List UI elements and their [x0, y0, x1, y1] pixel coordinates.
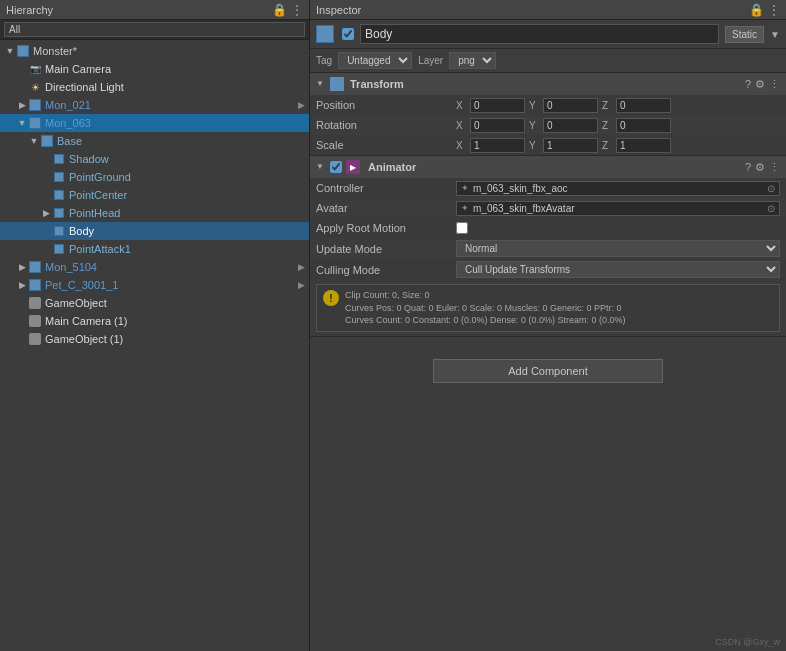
mon021-cube-icon: [28, 98, 42, 112]
rotation-value-group: X Y Z: [456, 118, 780, 133]
hierarchy-item-main-camera-1[interactable]: Main Camera (1): [0, 312, 309, 330]
hierarchy-item-mon021[interactable]: ▶ Mon_021 ▶: [0, 96, 309, 114]
avatar-ref[interactable]: ✦ m_063_skin_fbxAvatar ⊙: [456, 201, 780, 216]
inspector-panel: Inspector 🔒 ⋮ Static ▼ Tag Untagged Laye…: [310, 0, 786, 651]
avatar-type-icon: ✦: [461, 203, 469, 213]
pointground-label: PointGround: [69, 171, 131, 183]
hierarchy-lock-icon[interactable]: 🔒: [272, 4, 287, 16]
main-camera-1-icon: [28, 314, 42, 328]
inspector-content: Static ▼ Tag Untagged Layer png ▼ Transf…: [310, 20, 786, 651]
position-x-input[interactable]: [470, 98, 525, 113]
controller-target-btn[interactable]: ⊙: [767, 183, 775, 194]
transform-header[interactable]: ▼ Transform ? ⚙ ⋮: [310, 73, 786, 95]
update-mode-select[interactable]: Normal: [456, 240, 780, 257]
transform-help-icon[interactable]: ?: [745, 78, 751, 91]
add-component-button[interactable]: Add Component: [433, 359, 663, 383]
avatar-target-btn[interactable]: ⊙: [767, 203, 775, 214]
hierarchy-item-pointattack1[interactable]: PointAttack1: [0, 240, 309, 258]
layer-label: Layer: [418, 55, 443, 66]
animator-help-icon[interactable]: ?: [745, 161, 751, 174]
hierarchy-item-directional-light[interactable]: ☀ Directional Light: [0, 78, 309, 96]
rotation-y-label: Y: [529, 120, 539, 131]
avatar-value: m_063_skin_fbxAvatar: [473, 203, 763, 214]
scale-x-input[interactable]: [470, 138, 525, 153]
animator-settings-icon[interactable]: ⚙: [755, 161, 765, 174]
main-camera-1-label: Main Camera (1): [45, 315, 128, 327]
mon5104-label: Mon_5104: [45, 261, 97, 273]
animator-menu-icon[interactable]: ⋮: [769, 161, 780, 174]
hierarchy-item-mon5104[interactable]: ▶ Mon_5104 ▶: [0, 258, 309, 276]
layer-select[interactable]: png: [449, 52, 496, 69]
transform-settings-icon[interactable]: ⚙: [755, 78, 765, 91]
hierarchy-item-shadow[interactable]: Shadow: [0, 150, 309, 168]
rotation-z-input[interactable]: [616, 118, 671, 133]
hierarchy-search-input[interactable]: [4, 22, 305, 37]
transform-header-icons: ? ⚙ ⋮: [745, 78, 780, 91]
controller-ref[interactable]: ✦ m_063_skin_fbx_aoc ⊙: [456, 181, 780, 196]
position-z-input[interactable]: [616, 98, 671, 113]
animator-section: ▼ ▶ Animator ? ⚙ ⋮ Controller ✦ m_063_sk…: [310, 156, 786, 337]
position-value-group: X Y Z: [456, 98, 780, 113]
shadow-cube-icon: [52, 152, 66, 166]
static-button[interactable]: Static: [725, 26, 764, 43]
controller-type-icon: ✦: [461, 183, 469, 193]
hierarchy-search-bar: [0, 20, 309, 40]
rotation-y-input[interactable]: [543, 118, 598, 133]
expand-mon063-icon: ▼: [16, 118, 28, 128]
hierarchy-item-body[interactable]: Body: [0, 222, 309, 240]
scale-value-group: X Y Z: [456, 138, 780, 153]
hierarchy-menu-icon[interactable]: ⋮: [291, 4, 303, 16]
transform-icon: [330, 77, 344, 91]
scale-z-input[interactable]: [616, 138, 671, 153]
directional-light-label: Directional Light: [45, 81, 124, 93]
controller-label: Controller: [316, 182, 456, 194]
hierarchy-item-mon063[interactable]: ▼ Mon_063: [0, 114, 309, 132]
rotation-x-input[interactable]: [470, 118, 525, 133]
transform-title: Transform: [350, 78, 741, 90]
inspector-title: Inspector: [316, 4, 361, 16]
hierarchy-item-pointhead[interactable]: ▶ PointHead: [0, 204, 309, 222]
animator-header[interactable]: ▼ ▶ Animator ? ⚙ ⋮: [310, 156, 786, 178]
transform-expand-icon: ▼: [316, 79, 326, 89]
expand-base-icon: ▼: [28, 136, 40, 146]
inspector-lock-icon[interactable]: 🔒: [749, 4, 764, 16]
inspector-header-icons: 🔒 ⋮: [749, 4, 780, 16]
hierarchy-item-main-camera[interactable]: 📷 Main Camera: [0, 60, 309, 78]
go-name-input[interactable]: [360, 24, 719, 44]
expand-mon5104-icon: ▶: [16, 262, 28, 272]
position-y-label: Y: [529, 100, 539, 111]
scale-y-input[interactable]: [543, 138, 598, 153]
pointattack1-label: PointAttack1: [69, 243, 131, 255]
hierarchy-item-monster[interactable]: ▼ Monster*: [0, 42, 309, 60]
body-label: Body: [69, 225, 94, 237]
inspector-menu-icon[interactable]: ⋮: [768, 4, 780, 16]
info-line1: Clip Count: 0, Size: 0: [345, 290, 430, 300]
static-dropdown-icon[interactable]: ▼: [770, 29, 780, 40]
hierarchy-item-pet-c-3001[interactable]: ▶ Pet_C_3001_1 ▶: [0, 276, 309, 294]
pet-c-3001-right-arrow: ▶: [298, 280, 305, 290]
hierarchy-item-gameobject-1[interactable]: GameObject (1): [0, 330, 309, 348]
transform-menu-icon[interactable]: ⋮: [769, 78, 780, 91]
culling-mode-select[interactable]: Cull Update Transforms: [456, 261, 780, 278]
mon5104-right-arrow: ▶: [298, 262, 305, 272]
apply-root-motion-checkbox[interactable]: [456, 222, 468, 234]
hierarchy-item-gameobject[interactable]: GameObject: [0, 294, 309, 312]
hierarchy-item-pointground[interactable]: PointGround: [0, 168, 309, 186]
animator-enabled-checkbox[interactable]: [330, 161, 342, 173]
hierarchy-header-icons: 🔒 ⋮: [272, 4, 303, 16]
pet-c-3001-cube-icon: [28, 278, 42, 292]
tag-select[interactable]: Untagged: [338, 52, 412, 69]
pointground-cube-icon: [52, 170, 66, 184]
hierarchy-item-base[interactable]: ▼ Base: [0, 132, 309, 150]
pointhead-cube-icon: [52, 206, 66, 220]
position-y-input[interactable]: [543, 98, 598, 113]
expand-monster-icon: ▼: [4, 46, 16, 56]
info-line3: Curves Count: 0 Constant: 0 (0.0%) Dense…: [345, 315, 626, 325]
go-enabled-checkbox[interactable]: [342, 28, 354, 40]
hierarchy-item-pointcenter[interactable]: PointCenter: [0, 186, 309, 204]
mon5104-cube-icon: [28, 260, 42, 274]
position-label: Position: [316, 99, 456, 111]
expand-pet-c-3001-icon: ▶: [16, 280, 28, 290]
mon021-label: Mon_021: [45, 99, 91, 111]
inspector-header: Inspector 🔒 ⋮: [310, 0, 786, 20]
